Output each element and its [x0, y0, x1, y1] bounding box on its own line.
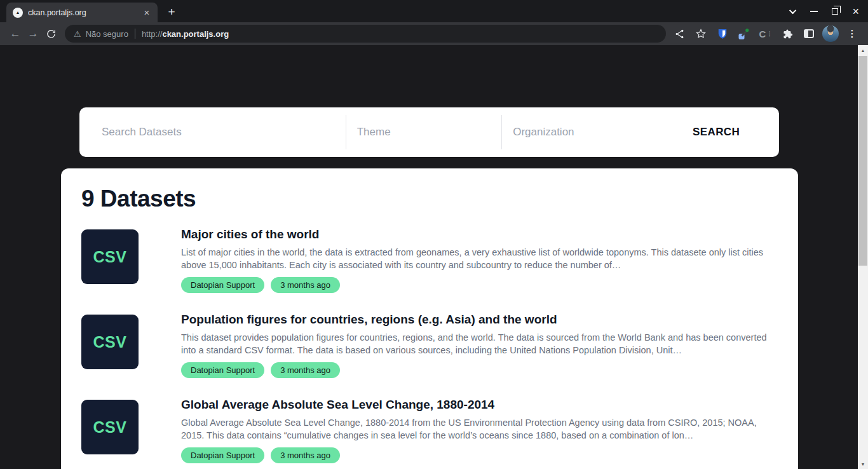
window-minimize-button[interactable] — [810, 11, 818, 12]
csv-format-icon: CSV — [81, 315, 139, 369]
dataset-description: Global Average Absolute Sea Level Change… — [181, 416, 776, 442]
dataset-row: CSV Global Average Absolute Sea Level Ch… — [81, 400, 778, 463]
bitwarden-extension-button[interactable] — [713, 25, 732, 43]
dataset-title-link[interactable]: Population figures for countries, region… — [181, 312, 776, 327]
organization-badge[interactable]: Datopian Support — [181, 447, 264, 463]
puzzle-piece-icon — [782, 28, 794, 40]
window-controls: × — [782, 0, 868, 22]
tab-title: ckan.portaljs.org — [28, 8, 141, 17]
omnibox-divider — [135, 29, 135, 39]
organization-input[interactable] — [502, 107, 653, 157]
results-card: 9 Datasets CSV Major cities of the world… — [61, 168, 798, 469]
share-icon — [674, 29, 685, 39]
results-heading: 9 Datasets — [81, 185, 778, 213]
bookmark-star-icon — [695, 28, 707, 39]
dataset-title-link[interactable]: Global Average Absolute Sea Level Change… — [181, 397, 776, 412]
toolbar-actions: C⋮ ⋮ — [670, 25, 862, 43]
colorzilla-dots-icon: ⋮ — [766, 31, 772, 37]
time-badge: 3 months ago — [271, 362, 340, 378]
dataset-row: CSV Population figures for countries, re… — [81, 315, 778, 378]
side-panel-button[interactable] — [799, 25, 818, 43]
url-host: ckan.portaljs.org — [162, 29, 229, 39]
theme-input[interactable] — [346, 107, 501, 157]
scroll-up-button[interactable]: ▲ — [858, 45, 868, 55]
security-label: Não seguro — [86, 29, 128, 39]
format-label: CSV — [93, 248, 127, 266]
site-favicon-icon: ▲ — [13, 8, 23, 18]
scroll-down-button[interactable]: ▼ — [858, 459, 868, 469]
colorzilla-label: C — [759, 29, 766, 39]
csv-format-icon: CSV — [81, 229, 139, 284]
window-close-button[interactable]: × — [852, 6, 859, 17]
colorzilla-extension-button[interactable]: C⋮ — [756, 25, 775, 43]
dataset-description: List of major cities in the world, the d… — [181, 246, 776, 271]
eyedropper-icon — [738, 27, 750, 40]
format-label: CSV — [93, 333, 127, 351]
dataset-row: CSV Major cities of the world List of ma… — [81, 229, 778, 293]
browser-toolbar: ← → ⚠ Não seguro http:// ckan.portaljs.o… — [0, 22, 868, 45]
extensions-button[interactable] — [778, 25, 797, 43]
page-scrollbar[interactable]: ▲ ▼ — [858, 45, 868, 469]
avatar — [822, 25, 839, 42]
organization-badge[interactable]: Datopian Support — [181, 362, 264, 378]
reload-icon — [46, 29, 57, 39]
side-panel-icon — [804, 29, 814, 38]
window-restore-button[interactable] — [832, 8, 838, 15]
dataset-description: This dataset provides population figures… — [181, 331, 776, 357]
reload-button[interactable] — [42, 25, 60, 43]
dataset-search-bar: SEARCH — [79, 107, 779, 157]
bookmark-button[interactable] — [691, 25, 710, 43]
csv-format-icon: CSV — [81, 400, 139, 454]
scrollbar-thumb[interactable] — [858, 56, 867, 266]
search-datasets-input[interactable] — [79, 107, 346, 157]
tab-search-chevron-icon[interactable] — [789, 6, 796, 13]
format-label: CSV — [93, 418, 127, 437]
time-badge: 3 months ago — [271, 277, 340, 293]
browser-menu-button[interactable]: ⋮ — [843, 25, 862, 43]
bitwarden-shield-icon — [716, 27, 729, 40]
time-badge: 3 months ago — [271, 447, 340, 463]
share-button[interactable] — [670, 25, 689, 43]
browser-tab[interactable]: ▲ ckan.portaljs.org × — [6, 3, 158, 22]
back-button[interactable]: ← — [6, 25, 24, 43]
page-content: SEARCH 9 Datasets CSV Major cities of th… — [0, 45, 868, 469]
url-scheme: http:// — [142, 29, 163, 39]
dataset-title-link[interactable]: Major cities of the world — [181, 227, 776, 242]
forward-button[interactable]: → — [24, 25, 42, 43]
new-tab-button[interactable]: + — [163, 3, 180, 21]
tab-strip: ▲ ckan.portaljs.org × + × — [0, 0, 868, 22]
profile-avatar[interactable] — [821, 25, 840, 43]
organization-badge[interactable]: Datopian Support — [181, 277, 264, 293]
not-secure-warning-icon: ⚠ — [74, 29, 81, 39]
eyedropper-extension-button[interactable] — [735, 25, 754, 43]
tab-close-icon[interactable]: × — [141, 7, 153, 18]
search-button[interactable]: SEARCH — [653, 107, 779, 157]
address-bar[interactable]: ⚠ Não seguro http:// ckan.portaljs.org — [65, 25, 666, 43]
